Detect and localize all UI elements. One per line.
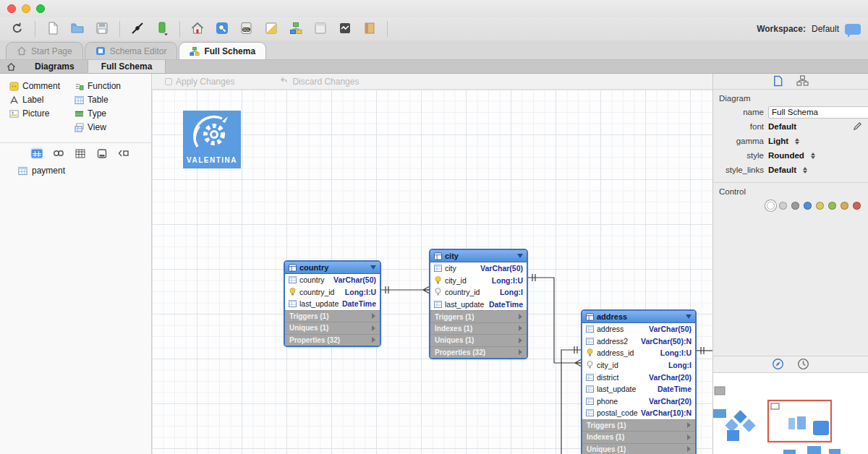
palette-item-label[interactable]: Label bbox=[9, 95, 71, 105]
table-menu-icon[interactable] bbox=[517, 254, 523, 258]
control-color-dot-7[interactable] bbox=[853, 202, 861, 210]
table-row[interactable]: addressVarChar(50) bbox=[582, 323, 695, 335]
table-row[interactable]: city_idLong:I bbox=[582, 359, 695, 372]
workspace-value[interactable]: Default bbox=[812, 24, 839, 34]
control-color-dot-1[interactable] bbox=[779, 202, 787, 210]
diagram-canvas[interactable]: VALENTINA bbox=[152, 90, 712, 454]
table-section-uniques[interactable]: Uniques (1) bbox=[582, 443, 695, 454]
style-value[interactable]: Rounded bbox=[768, 151, 804, 160]
table-section-indexes[interactable]: Indexes (1) bbox=[582, 431, 695, 442]
table-row[interactable]: countryVarChar(50) bbox=[285, 274, 380, 286]
table-row[interactable]: city_idLong:I:U bbox=[430, 275, 527, 287]
table-section-triggers[interactable]: Triggers (1) bbox=[430, 310, 527, 322]
structure-tab-icon[interactable] bbox=[796, 75, 809, 87]
palette-item-type[interactable]: Type bbox=[74, 108, 121, 119]
style_links-stepper-icon[interactable] bbox=[803, 167, 807, 174]
inspector-label: font bbox=[719, 122, 764, 131]
forms-icon bbox=[313, 21, 328, 38]
palette-item-table[interactable]: Table bbox=[74, 95, 121, 105]
table-row[interactable]: address_idLong:I:U bbox=[582, 347, 695, 359]
palette-item-comment[interactable]: Comment bbox=[9, 81, 71, 91]
table-section-properties[interactable]: Properties (32) bbox=[285, 334, 380, 346]
find-button[interactable] bbox=[212, 20, 232, 38]
table-row[interactable]: postal_codeVarChar(10):N bbox=[582, 407, 695, 419]
style_links-value[interactable]: Default bbox=[768, 166, 796, 174]
server-column-button[interactable] bbox=[152, 20, 172, 38]
table-row[interactable]: country_idLong:I:U bbox=[285, 286, 380, 299]
name-input[interactable] bbox=[768, 106, 868, 119]
feedback-chat-icon[interactable] bbox=[845, 24, 861, 35]
books-button[interactable] bbox=[359, 20, 380, 38]
table-country[interactable]: countrycountryVarChar(50)country_idLong:… bbox=[284, 260, 381, 347]
connect-button[interactable] bbox=[127, 20, 148, 38]
subtab-diagrams[interactable]: Diagrams bbox=[22, 60, 88, 73]
control-color-dot-0[interactable] bbox=[767, 202, 775, 210]
table-address[interactable]: addressaddressVarChar(50)address2VarChar… bbox=[581, 309, 697, 454]
save-button[interactable] bbox=[92, 20, 112, 38]
gamma-stepper-icon[interactable] bbox=[795, 138, 799, 145]
filter-tables-grid-icon[interactable] bbox=[30, 147, 43, 159]
report-button[interactable] bbox=[261, 20, 281, 38]
subtab-full-schema[interactable]: Full Schema bbox=[88, 60, 166, 73]
minimize-button[interactable] bbox=[22, 4, 30, 13]
table-row[interactable]: last_updateDateTime bbox=[285, 298, 380, 310]
properties-tab-icon[interactable] bbox=[773, 75, 783, 88]
filter-display-icon[interactable] bbox=[95, 147, 109, 159]
diagrams-home-icon[interactable] bbox=[0, 60, 22, 73]
history-clock-icon[interactable] bbox=[797, 358, 809, 372]
close-button[interactable] bbox=[7, 4, 16, 13]
table-menu-icon[interactable] bbox=[686, 314, 692, 319]
filter-links-icon[interactable] bbox=[52, 147, 65, 159]
query-monitor-button[interactable] bbox=[335, 20, 355, 38]
control-color-dot-6[interactable] bbox=[841, 202, 848, 210]
control-color-dot-2[interactable] bbox=[791, 202, 799, 210]
table-row[interactable]: phoneVarChar(20) bbox=[582, 395, 695, 408]
table-row[interactable]: last_updateDateTime bbox=[582, 383, 695, 395]
table-row[interactable]: cityVarChar(50) bbox=[430, 262, 527, 275]
table-header-country[interactable]: country bbox=[285, 262, 380, 274]
table-section-triggers[interactable]: Triggers (1) bbox=[285, 310, 380, 322]
table-section-uniques[interactable]: Uniques (1) bbox=[430, 334, 527, 346]
font-edit-pencil-icon[interactable] bbox=[853, 121, 862, 132]
tab-full-schema[interactable]: Full Schema bbox=[179, 42, 266, 59]
home-button[interactable] bbox=[187, 20, 208, 38]
gamma-value[interactable]: Light bbox=[768, 137, 788, 145]
zoom-button[interactable] bbox=[36, 4, 45, 13]
table-row[interactable]: last_updateDateTime bbox=[430, 299, 527, 311]
tab-start-page[interactable]: Start Page bbox=[6, 42, 83, 59]
table-section-indexes[interactable]: Indexes (1) bbox=[430, 322, 527, 334]
open-folder-button[interactable] bbox=[67, 20, 88, 38]
control-color-dot-3[interactable] bbox=[804, 202, 812, 210]
filter-table-list-icon[interactable] bbox=[74, 147, 87, 159]
sql-editor-button[interactable]: SQL bbox=[237, 20, 257, 38]
table-header-address[interactable]: address bbox=[582, 311, 695, 323]
apply-changes-button[interactable]: Apply Changes bbox=[165, 77, 234, 87]
font-value[interactable]: Default bbox=[768, 122, 796, 131]
control-color-dot-4[interactable] bbox=[816, 202, 824, 210]
sidebar-item-payment[interactable]: payment bbox=[0, 163, 151, 178]
field-name: country bbox=[299, 275, 331, 284]
palette-item-function[interactable]: Function bbox=[74, 81, 121, 91]
table-header-city[interactable]: city bbox=[430, 250, 527, 262]
table-row[interactable]: address2VarChar(50):N bbox=[582, 335, 695, 348]
discard-changes-button[interactable]: Discard Changes bbox=[279, 76, 359, 87]
new-document-button[interactable] bbox=[43, 20, 63, 38]
schema-diagram-button[interactable] bbox=[286, 20, 306, 38]
table-section-uniques[interactable]: Uniques (1) bbox=[285, 322, 380, 333]
style-stepper-icon[interactable] bbox=[811, 153, 815, 159]
table-row[interactable]: country_idLong:I bbox=[430, 286, 527, 299]
table-menu-icon[interactable] bbox=[370, 265, 376, 270]
table-row[interactable]: districtVarChar(20) bbox=[582, 371, 695, 383]
palette-item-view[interactable]: View bbox=[74, 122, 121, 132]
table-section-triggers[interactable]: Triggers (1) bbox=[582, 419, 695, 431]
tab-schema-editor[interactable]: Schema Editor bbox=[85, 42, 178, 59]
table-city[interactable]: citycityVarChar(50)city_idLong:I:Ucountr… bbox=[429, 249, 528, 359]
navigator-compass-icon[interactable] bbox=[772, 358, 784, 372]
filter-views-icon[interactable] bbox=[117, 147, 130, 159]
undo-button[interactable] bbox=[7, 20, 27, 38]
navigator-minimap[interactable] bbox=[713, 373, 868, 454]
table-section-properties[interactable]: Properties (32) bbox=[430, 346, 527, 358]
palette-item-picture[interactable]: Picture bbox=[9, 108, 71, 119]
forms-button[interactable] bbox=[310, 20, 331, 38]
control-color-dot-5[interactable] bbox=[828, 202, 836, 210]
